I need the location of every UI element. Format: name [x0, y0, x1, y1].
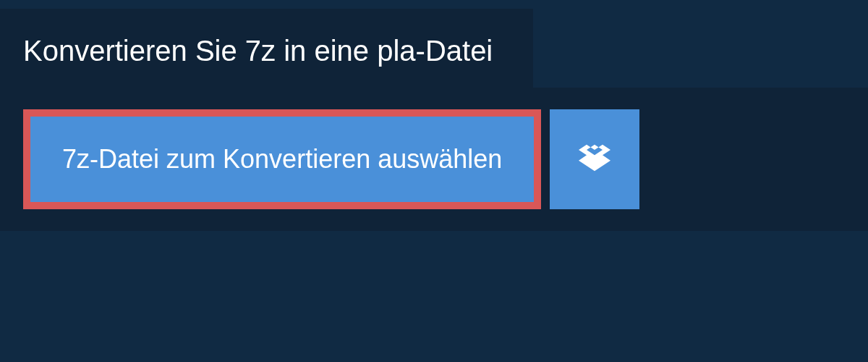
dropbox-icon: [579, 142, 610, 177]
file-select-panel: 7z-Datei zum Konvertieren auswählen: [0, 88, 868, 231]
dropbox-button[interactable]: [550, 109, 639, 209]
page-title: Konvertieren Sie 7z in eine pla-Datei: [0, 9, 533, 88]
select-file-button[interactable]: 7z-Datei zum Konvertieren auswählen: [23, 109, 541, 209]
select-file-label: 7z-Datei zum Konvertieren auswählen: [62, 144, 502, 174]
